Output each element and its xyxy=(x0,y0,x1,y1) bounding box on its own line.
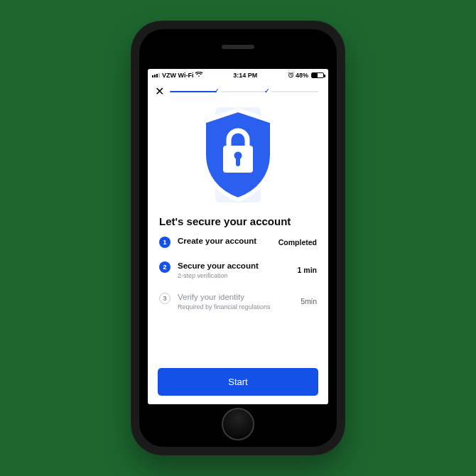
progress-indicator: ✓ ✓ xyxy=(170,91,321,92)
status-bar: VZW Wi-Fi 3:14 PM 48% xyxy=(148,69,328,82)
step-status: Completed xyxy=(278,238,317,247)
screen: VZW Wi-Fi 3:14 PM 48% ✕ xyxy=(148,69,328,404)
progress-segment-1: ✓ xyxy=(170,91,217,92)
steps-list: 1 Create your account Completed 2 Secure… xyxy=(148,236,328,310)
speaker-slot xyxy=(222,45,254,49)
start-button[interactable]: Start xyxy=(158,368,318,396)
status-left: VZW Wi-Fi xyxy=(152,72,202,79)
svg-rect-4 xyxy=(236,157,240,166)
signal-icon xyxy=(152,73,160,77)
nav-row: ✕ ✓ ✓ xyxy=(148,82,328,100)
check-icon: ✓ xyxy=(214,87,220,94)
step-body: Verify your identity Required by financi… xyxy=(178,292,293,310)
action-area: Start xyxy=(148,358,328,404)
step-verify-identity: 3 Verify your identity Required by finan… xyxy=(159,292,317,310)
phone-bezel: VZW Wi-Fi 3:14 PM 48% ✕ xyxy=(139,29,337,447)
step-number-badge: 1 xyxy=(159,237,171,248)
step-body: Secure your account 2-step verification xyxy=(178,261,291,279)
battery-icon xyxy=(311,72,324,78)
progress-segment-3 xyxy=(271,91,318,92)
battery-pct: 48% xyxy=(296,72,308,79)
step-number-badge: 2 xyxy=(159,261,171,273)
step-secure-account: 2 Secure your account 2-step verificatio… xyxy=(159,261,317,279)
home-button[interactable] xyxy=(222,408,254,440)
check-icon: ✓ xyxy=(264,87,270,94)
carrier-label: VZW Wi-Fi xyxy=(162,72,193,79)
wifi-icon xyxy=(195,72,202,79)
step-title: Create your account xyxy=(178,236,271,247)
page-title: Let's secure your account xyxy=(148,214,328,236)
clock: 3:14 PM xyxy=(233,72,257,79)
step-create-account: 1 Create your account Completed xyxy=(159,236,317,248)
progress-segment-2: ✓ xyxy=(221,91,268,92)
step-subtitle: 2-step verification xyxy=(178,272,291,279)
shield-lock-icon xyxy=(195,104,281,204)
phone-frame: VZW Wi-Fi 3:14 PM 48% ✕ xyxy=(131,21,345,455)
alarm-icon xyxy=(288,72,294,80)
step-subtitle: Required by financial regulations xyxy=(178,303,293,310)
hero-illustration xyxy=(148,100,328,214)
status-right: 48% xyxy=(288,72,324,80)
step-body: Create your account xyxy=(178,236,271,247)
close-icon[interactable]: ✕ xyxy=(155,86,164,97)
step-duration: 5min xyxy=(301,297,317,305)
step-duration: 1 min xyxy=(298,266,317,274)
step-title: Secure your account xyxy=(178,261,291,271)
step-title: Verify your identity xyxy=(178,292,293,303)
step-number-badge: 3 xyxy=(159,293,171,304)
